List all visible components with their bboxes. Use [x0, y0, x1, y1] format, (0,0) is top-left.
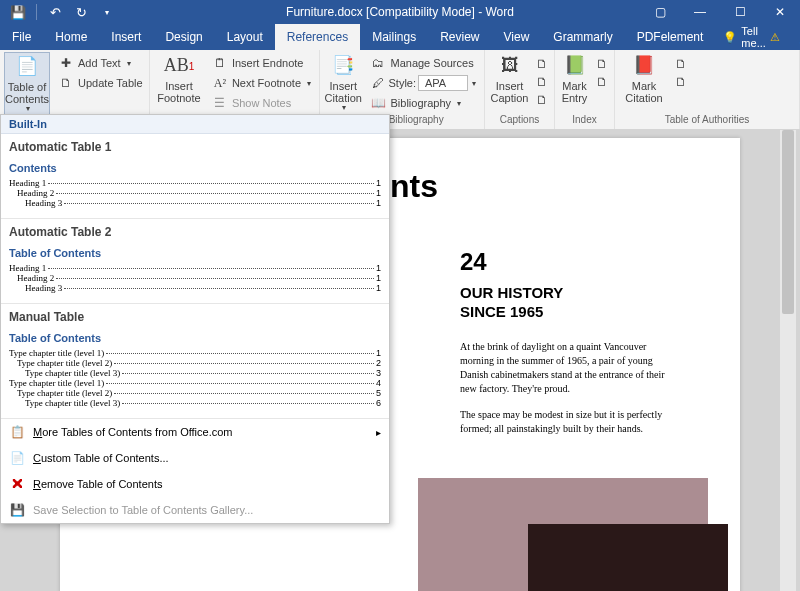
paragraph-1: At the brink of daylight on a quaint Van…: [460, 340, 680, 396]
manage-sources-button[interactable]: 🗂 Manage Sources: [366, 54, 480, 72]
tell-me[interactable]: 💡 Tell me... ⚠: [715, 24, 787, 50]
add-text-icon: ✚: [58, 55, 74, 71]
page-heading: nts: [390, 168, 690, 205]
style-value[interactable]: APA: [418, 75, 468, 91]
minimize-button[interactable]: —: [680, 0, 720, 24]
qat-customize[interactable]: ▾: [95, 2, 119, 22]
save-sel-label: Save Selection to Table of Contents Gall…: [33, 504, 253, 516]
show-notes-button[interactable]: ☰ Show Notes: [208, 94, 315, 112]
remove-toc[interactable]: 🗙 Remove Table of Contents: [1, 471, 389, 497]
style-icon: 🖊: [370, 75, 386, 91]
vertical-scrollbar[interactable]: [780, 130, 796, 591]
custom-toc-icon: 📄: [9, 450, 25, 466]
more-toc-label: MMore Tables of Contents from Office.com…: [33, 426, 233, 438]
subtitle: OUR HISTORY SINCE 1965: [460, 284, 680, 322]
tab-review[interactable]: Review: [428, 24, 491, 50]
more-toc-office[interactable]: 📋 MMore Tables of Contents from Office.c…: [1, 419, 389, 445]
warning-icon: ⚠: [770, 31, 780, 44]
redo-button[interactable]: ↻: [69, 2, 93, 22]
maximize-button[interactable]: ☐: [720, 0, 760, 24]
bibliography-icon: 📖: [370, 95, 386, 111]
mark-citation-icon: 📕: [632, 54, 656, 78]
mark-entry-label: Mark Entry: [559, 80, 590, 104]
office-icon: 📋: [9, 424, 25, 440]
share-button[interactable]: 👤 Share: [788, 24, 800, 50]
insert-caption-button[interactable]: 🖼 Insert Caption: [489, 52, 530, 104]
tab-home[interactable]: Home: [43, 24, 99, 50]
endnote-icon: 🗒: [212, 55, 228, 71]
toc-option-title: Automatic Table 2: [9, 225, 381, 239]
page-number: 24: [460, 248, 680, 276]
toc-option-auto-2[interactable]: Automatic Table 2 Table of Contents Head…: [1, 219, 389, 304]
insert-endnote-label: Insert Endnote: [232, 57, 304, 69]
toc-preview-heading: Table of Contents: [9, 247, 381, 259]
caption-a-icon[interactable]: 🗋: [534, 56, 550, 72]
tab-mailings[interactable]: Mailings: [360, 24, 428, 50]
toc-option-auto-1[interactable]: Automatic Table 1 Contents Heading 11 He…: [1, 134, 389, 219]
mark-entry-button[interactable]: 📗 Mark Entry: [559, 52, 590, 104]
next-footnote-icon: A²: [212, 75, 228, 91]
manage-sources-icon: 🗂: [370, 55, 386, 71]
toa-a-icon[interactable]: 🗋: [673, 56, 689, 72]
tab-insert[interactable]: Insert: [99, 24, 153, 50]
save-sel-icon: 💾: [9, 502, 25, 518]
group-label-index: Index: [559, 114, 610, 127]
footnote-icon: AB1: [167, 54, 191, 78]
quick-access-toolbar: 💾 ↶ ↻ ▾: [0, 2, 119, 22]
toc-icon: 📄: [15, 55, 39, 79]
undo-button[interactable]: ↶: [43, 2, 67, 22]
remove-toc-label: Remove Table of Contents: [33, 478, 162, 490]
window-title: Furniture.docx [Compatibility Mode] - Wo…: [286, 5, 514, 19]
add-text-label: Add Text: [78, 57, 121, 69]
toc-btn-label: Table of Contents: [5, 81, 49, 105]
toc-gallery-header: Built-In: [1, 115, 389, 134]
citation-icon: 📑: [331, 54, 355, 78]
caption-c-icon[interactable]: 🗋: [534, 92, 550, 108]
tab-grammarly[interactable]: Grammarly: [541, 24, 624, 50]
insert-citation-label: Insert Citation: [324, 80, 362, 104]
tab-layout[interactable]: Layout: [215, 24, 275, 50]
close-button[interactable]: ✕: [760, 0, 800, 24]
index-b-icon[interactable]: 🗋: [594, 74, 610, 90]
window-controls: ▢ — ☐ ✕: [640, 0, 800, 24]
group-label-captions: Captions: [489, 114, 550, 127]
image-placeholder: [418, 478, 708, 591]
next-footnote-button[interactable]: A² Next Footnote▾: [208, 74, 315, 92]
bulb-icon: 💡: [723, 31, 737, 44]
insert-footnote-button[interactable]: AB1 Insert Footnote: [154, 52, 204, 104]
remove-toc-icon: 🗙: [9, 476, 25, 492]
citation-style-select[interactable]: 🖊 Style: APA▾: [366, 74, 480, 92]
update-table-label: Update Table: [78, 77, 143, 89]
tab-pdfelement[interactable]: PDFelement: [625, 24, 716, 50]
group-label-toa: Table of Authorities: [619, 114, 795, 127]
insert-citation-button[interactable]: 📑 Insert Citation▾: [324, 52, 362, 113]
toc-preview-heading: Contents: [9, 162, 381, 174]
bibliography-label: Bibliography: [390, 97, 451, 109]
custom-toc-label: Custom Table of Contents...: [33, 452, 169, 464]
mark-citation-label: Mark Citation: [619, 80, 669, 104]
manage-sources-label: Manage Sources: [390, 57, 473, 69]
tab-references[interactable]: References: [275, 24, 360, 50]
insert-endnote-button[interactable]: 🗒 Insert Endnote: [208, 54, 315, 72]
bibliography-button[interactable]: 📖 Bibliography▾: [366, 94, 480, 112]
toc-option-manual[interactable]: Manual Table Table of Contents Type chap…: [1, 304, 389, 419]
toa-b-icon[interactable]: 🗋: [673, 74, 689, 90]
ribbon-options-button[interactable]: ▢: [640, 0, 680, 24]
image-inner: [528, 524, 728, 591]
scrollbar-thumb[interactable]: [782, 130, 794, 314]
tab-file[interactable]: File: [0, 24, 43, 50]
subtitle-line-1: OUR HISTORY: [460, 284, 680, 303]
custom-toc[interactable]: 📄 Custom Table of Contents...: [1, 445, 389, 471]
save-button[interactable]: 💾: [6, 2, 30, 22]
tab-view[interactable]: View: [492, 24, 542, 50]
table-of-contents-button[interactable]: 📄 Table of Contents▾: [4, 52, 50, 115]
add-text-button[interactable]: ✚ Add Text▾: [54, 54, 147, 72]
show-notes-icon: ☰: [212, 95, 228, 111]
style-label: Style:: [388, 77, 416, 89]
index-a-icon[interactable]: 🗋: [594, 56, 610, 72]
mark-citation-button[interactable]: 📕 Mark Citation: [619, 52, 669, 104]
tab-design[interactable]: Design: [153, 24, 214, 50]
caption-b-icon[interactable]: 🗋: [534, 74, 550, 90]
group-toa: 📕 Mark Citation 🗋 🗋 Table of Authorities: [615, 50, 800, 129]
update-table-button[interactable]: 🗋 Update Table: [54, 74, 147, 92]
